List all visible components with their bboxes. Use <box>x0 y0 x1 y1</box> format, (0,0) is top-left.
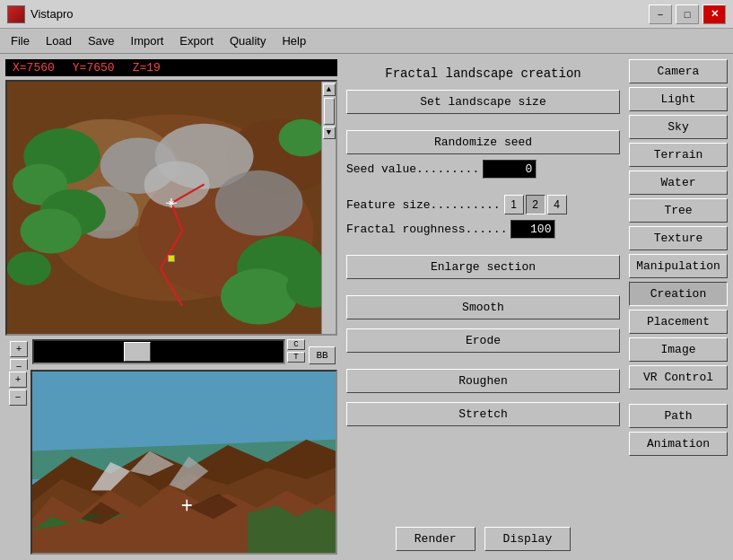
view3d-zoom-plus[interactable]: + <box>9 372 27 388</box>
roughness-row: Fractal roughness...... <box>346 220 620 239</box>
water-btn[interactable]: Water <box>629 171 728 195</box>
view3d-container[interactable] <box>31 370 337 555</box>
enlarge-section-btn[interactable]: Enlarge section <box>346 255 620 279</box>
view3d-zoom-panel: + − <box>5 370 31 555</box>
image-btn[interactable]: Image <box>629 337 728 362</box>
coords-bar: X=7560 Y=7650 Z=19 <box>5 59 337 76</box>
svg-point-8 <box>215 171 303 236</box>
bb-container: BB <box>307 339 337 366</box>
close-button[interactable]: ✕ <box>702 4 726 24</box>
coord-x: X=7560 <box>13 61 55 74</box>
svg-point-13 <box>21 209 82 254</box>
window-title: Vistapro <box>31 7 73 21</box>
menu-save[interactable]: Save <box>81 31 122 50</box>
coord-y: Y=7650 <box>73 61 115 74</box>
slider-thumb[interactable] <box>124 342 151 362</box>
app-icon <box>7 5 25 23</box>
render-btn[interactable]: Render <box>396 527 476 551</box>
scroll-thumb-v[interactable] <box>324 98 335 125</box>
smooth-btn[interactable]: Smooth <box>346 295 620 319</box>
menu-file[interactable]: File <box>4 31 37 50</box>
title-bar: Vistapro − □ ✕ <box>0 0 733 29</box>
right-panel-gap <box>629 393 728 400</box>
menu-bar: File Load Save Import Export Quality Hel… <box>0 29 733 54</box>
menu-help[interactable]: Help <box>275 31 313 50</box>
terrain-3d <box>32 372 336 553</box>
feature-size-4-btn[interactable]: 4 <box>547 195 567 214</box>
title-bar-controls: − □ ✕ <box>649 4 726 24</box>
map-scrollbar-v[interactable]: ▲ ▼ <box>321 82 336 334</box>
feature-label: Feature size.......... <box>346 198 501 212</box>
placement-btn[interactable]: Placement <box>629 310 728 334</box>
minimize-button[interactable]: − <box>649 4 672 24</box>
panel-title: Fractal landscape creation <box>346 63 620 84</box>
menu-load[interactable]: Load <box>39 31 79 50</box>
title-bar-left: Vistapro <box>7 5 73 23</box>
center-panel: Fractal landscape creation Set landscape… <box>343 59 624 555</box>
map-container[interactable]: ▲ ▼ <box>5 80 337 336</box>
bottom-btn-row: Render Display <box>346 527 620 551</box>
seed-row: Seed value......... <box>346 160 620 179</box>
manipulation-btn[interactable]: Manipulation <box>629 254 728 278</box>
left-panel: X=7560 Y=7650 Z=19 <box>5 59 337 555</box>
randomize-seed-btn[interactable]: Randomize seed <box>346 130 620 154</box>
camera-btn[interactable]: Camera <box>629 59 728 83</box>
view3d-wrapper: + − <box>5 370 337 555</box>
slider-row: + − C T BB <box>5 339 337 366</box>
maximize-button[interactable]: □ <box>676 4 699 24</box>
erode-btn[interactable]: Erode <box>346 328 620 353</box>
display-btn[interactable]: Display <box>484 527 572 551</box>
menu-import[interactable]: Import <box>124 31 171 50</box>
sky-btn[interactable]: Sky <box>629 115 728 139</box>
vr-control-btn[interactable]: VR Control <box>629 365 728 389</box>
creation-btn[interactable]: Creation <box>629 282 728 306</box>
map-zoom-panel: + − <box>5 339 32 366</box>
map-marker <box>168 255 175 262</box>
bb-btn[interactable]: BB <box>309 346 336 364</box>
seed-input[interactable] <box>483 160 537 179</box>
ct-buttons: C T <box>285 339 307 366</box>
svg-point-15 <box>221 268 297 324</box>
feature-size-1-btn[interactable]: 1 <box>504 195 524 214</box>
feature-size-row: Feature size.......... 1 2 4 <box>346 195 620 214</box>
feature-size-2-btn[interactable]: 2 <box>526 195 545 214</box>
light-btn[interactable]: Light <box>629 87 728 111</box>
seed-label: Seed value......... <box>346 162 479 176</box>
roughen-btn[interactable]: Roughen <box>346 369 620 393</box>
roughness-input[interactable] <box>510 220 555 239</box>
scroll-up-btn[interactable]: ▲ <box>323 83 336 96</box>
path-btn[interactable]: Path <box>629 404 728 428</box>
svg-point-18 <box>279 119 327 157</box>
scroll-down-btn[interactable]: ▼ <box>323 127 336 139</box>
tree-btn[interactable]: Tree <box>629 198 728 223</box>
menu-export[interactable]: Export <box>172 31 221 50</box>
roughness-label: Fractal roughness...... <box>346 223 507 236</box>
main-content: X=7560 Y=7650 Z=19 <box>0 54 733 560</box>
right-panel: Camera Light Sky Terrain Water Tree Text… <box>629 59 728 555</box>
terrain-map[interactable] <box>7 82 336 334</box>
zoom-plus-btn[interactable]: + <box>10 341 28 357</box>
coord-z: Z=19 <box>133 61 161 74</box>
t-btn[interactable]: T <box>287 352 305 363</box>
texture-btn[interactable]: Texture <box>629 226 728 250</box>
terrain-btn[interactable]: Terrain <box>629 143 728 167</box>
horizontal-slider[interactable] <box>32 339 285 364</box>
stretch-btn[interactable]: Stretch <box>346 402 620 426</box>
feature-size-btns: 1 2 4 <box>504 195 567 214</box>
set-landscape-size-btn[interactable]: Set landscape size <box>346 90 620 114</box>
c-btn[interactable]: C <box>287 339 305 350</box>
svg-point-17 <box>7 251 51 284</box>
menu-quality[interactable]: Quality <box>223 31 273 50</box>
view3d-zoom-minus[interactable]: − <box>9 389 27 406</box>
animation-btn[interactable]: Animation <box>629 432 728 456</box>
